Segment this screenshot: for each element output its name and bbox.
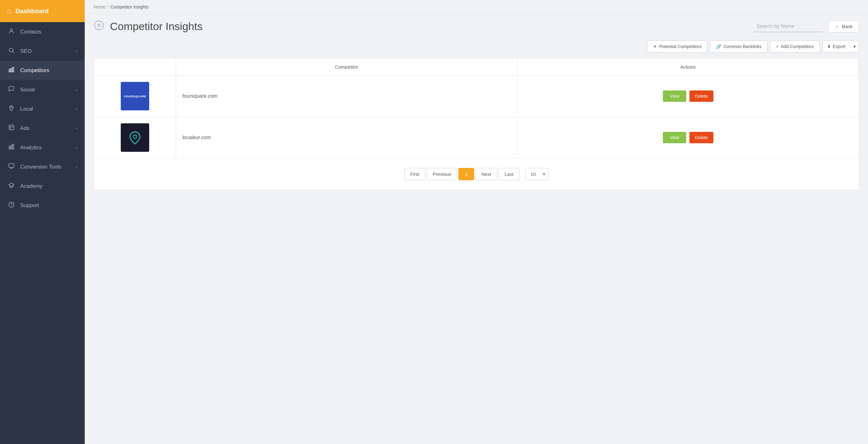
common-backlinks-button[interactable]: 🔗 Common Backlinks [710,40,768,53]
col-actions-header: Actions [518,59,859,75]
export-label: Export [833,44,845,49]
academy-icon [8,182,15,190]
pagination-previous-button[interactable]: Previous [427,168,457,180]
action-toolbar: ✳ Potential Competitors 🔗 Common Backlin… [85,37,868,58]
foursquare-logo: FOURSQUARE [121,82,149,110]
localeur-delete-button[interactable]: Delete [689,132,713,143]
svg-rect-13 [9,164,14,168]
col-competitor-header: Competitor [176,59,518,75]
table-header: Competitor Actions [94,59,859,76]
sidebar-nav: Contacts SEO › Competitors Social › [0,22,85,444]
main-content: Home / Competitor Insights Competitor In… [85,0,868,444]
pagination: First Previous 1 Next Last 10 25 50 100 … [94,158,859,190]
foursquare-view-button[interactable]: View [663,90,686,102]
social-icon [8,86,15,94]
ads-icon [8,124,15,132]
localeur-view-button[interactable]: View [663,132,686,143]
svg-rect-4 [11,68,12,72]
foursquare-domain: foursquare.com [182,93,217,99]
page-size-select[interactable]: 10 25 50 100 [526,168,549,180]
sidebar-dashboard[interactable]: ⌂ Dashboard [0,0,85,22]
support-icon [8,202,15,209]
add-competitors-button[interactable]: + Add Competitors [770,40,819,53]
back-button[interactable]: ← Back [828,20,859,33]
breadcrumb-separator: / [107,4,108,9]
export-main-button[interactable]: ⬇ Export [823,44,850,49]
content-area: Competitor Actions FOURSQUARE foursquare… [85,58,868,444]
foursquare-logo-cell: FOURSQUARE [94,76,176,117]
dashboard-label: Dashboard [16,8,49,15]
svg-point-0 [10,29,13,31]
common-backlinks-icon: 🔗 [716,44,721,49]
sidebar-item-competitors[interactable]: Competitors [0,61,85,80]
analytics-icon [8,144,15,151]
sidebar-item-support[interactable]: Support [0,196,85,215]
sidebar-item-contacts[interactable]: Contacts [0,22,85,41]
svg-rect-11 [11,145,12,149]
sidebar-item-conversion-tools-label: Conversion Tools [20,164,61,170]
breadcrumb: Home / Competitor Insights [85,0,868,14]
foursquare-delete-button[interactable]: Delete [689,90,713,102]
localeur-logo-cell [94,117,176,158]
seo-icon [8,47,15,55]
pagination-first-button[interactable]: First [404,168,426,180]
table-row: localeur.com View Delete [94,117,859,158]
sidebar-item-social-label: Social [20,87,35,93]
svg-line-2 [13,52,14,53]
export-dropdown-arrow[interactable]: ▾ [850,44,859,49]
common-backlinks-label: Common Backlinks [723,44,762,49]
svg-rect-22 [124,126,146,149]
potential-competitors-button[interactable]: ✳ Potential Competitors [647,40,707,53]
sidebar-item-ads-label: Ads [20,125,29,131]
back-arrow-icon: ← [835,24,840,29]
col-logo-header [94,59,176,75]
table-row: FOURSQUARE foursquare.com View Delete [94,76,859,117]
pagination-next-button[interactable]: Next [475,168,497,180]
svg-text:FOURSQUARE: FOURSQUARE [124,95,146,98]
page-title: Competitor Insights [110,20,747,33]
sidebar-item-academy[interactable]: Academy [0,176,85,196]
sidebar-item-seo-label: SEO [20,48,32,54]
sidebar-item-social[interactable]: Social › [0,80,85,99]
localeur-actions-cell: View Delete [518,120,859,155]
sidebar-item-analytics[interactable]: Analytics › [0,138,85,157]
sidebar: ⌂ Dashboard Contacts SEO › Competitors [0,0,85,444]
export-icon: ⬇ [827,44,831,49]
social-arrow-icon: › [76,87,77,92]
pagination-last-button[interactable]: Last [498,168,519,180]
seo-arrow-icon: › [76,49,77,54]
svg-rect-3 [9,69,10,72]
localeur-domain: localeur.com [182,135,211,140]
conversion-tools-icon [8,163,15,171]
svg-rect-7 [9,125,14,130]
breadcrumb-home[interactable]: Home [94,4,105,9]
analytics-arrow-icon: › [76,145,77,150]
sidebar-item-conversion-tools[interactable]: Conversion Tools › [0,157,85,176]
page-title-icon [94,20,104,33]
contacts-icon [8,28,15,36]
add-competitors-icon: + [776,44,779,49]
sidebar-item-academy-label: Academy [20,183,43,189]
sidebar-item-ads[interactable]: Ads › [0,119,85,138]
sidebar-item-support-label: Support [20,202,39,209]
svg-rect-12 [13,144,13,149]
back-label: Back [842,24,852,29]
sidebar-item-local[interactable]: Local › [0,99,85,119]
competitors-icon [8,66,15,74]
sidebar-item-local-label: Local [20,106,33,112]
foursquare-actions-cell: View Delete [518,79,859,114]
sidebar-item-contacts-label: Contacts [20,29,41,35]
sidebar-item-competitors-label: Competitors [20,67,49,74]
competitors-card: Competitor Actions FOURSQUARE foursquare… [94,58,859,190]
pagination-page-1-button[interactable]: 1 [458,168,474,180]
potential-competitors-icon: ✳ [653,44,657,49]
add-competitors-label: Add Competitors [781,44,814,49]
foursquare-domain-cell: foursquare.com [176,79,518,114]
page-size-wrapper: 10 25 50 100 ▾ [521,168,549,180]
sidebar-item-analytics-label: Analytics [20,145,42,151]
ads-arrow-icon: › [76,126,77,130]
search-input[interactable] [753,21,823,32]
page-header: Competitor Insights ← Back [85,14,868,37]
sidebar-item-seo[interactable]: SEO › [0,41,85,61]
svg-point-1 [9,48,13,52]
